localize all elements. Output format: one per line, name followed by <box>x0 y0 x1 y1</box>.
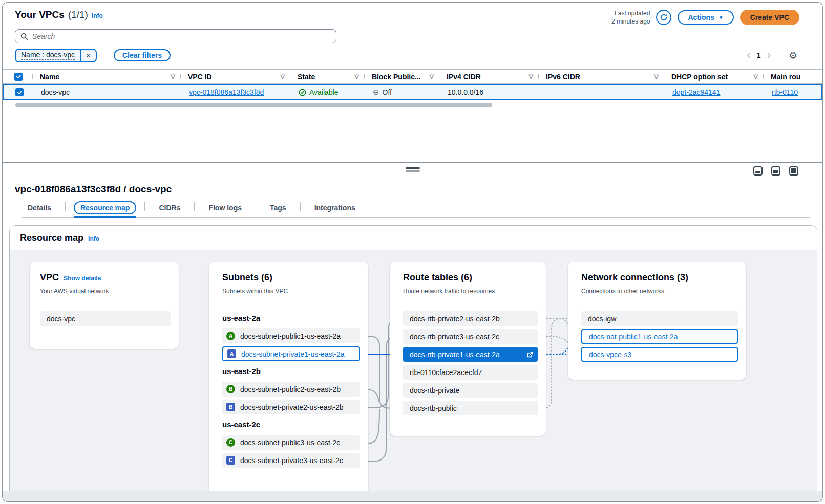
tab-tags[interactable]: Tags <box>264 200 292 217</box>
subnet-node[interactable]: C docs-subnet-public3-us-east-2c <box>222 435 360 450</box>
cell-ipv6-cidr: – <box>539 88 665 96</box>
close-icon: ✕ <box>86 52 91 59</box>
subnet-node[interactable]: B docs-subnet-public2-us-east-2b <box>222 382 360 397</box>
refresh-icon <box>660 13 668 21</box>
private-subnet-badge: B <box>226 403 235 411</box>
filter-icon[interactable]: ▽ <box>171 73 175 80</box>
search-input[interactable] <box>32 32 331 40</box>
search-box[interactable] <box>15 29 336 43</box>
actions-button[interactable]: Actions ▼ <box>678 10 733 25</box>
route-table-node[interactable]: docs-rtb-public <box>403 401 538 415</box>
resource-map-canvas: VPC Show details Your AWS virtual networ… <box>10 250 817 494</box>
filter-icon[interactable]: ▽ <box>754 73 758 80</box>
filter-icon[interactable]: ▽ <box>281 73 285 80</box>
external-link-icon[interactable] <box>526 351 534 358</box>
divider <box>65 202 66 211</box>
cell-name: docs-vpc <box>33 88 181 96</box>
resource-map-container: Resource map Info <box>9 225 817 498</box>
network-connections-column: Network connections (3) Connections to o… <box>568 262 746 380</box>
pagination: ‹ 1 › ⚙ <box>746 49 798 62</box>
subnet-node-selected[interactable]: A docs-subnet-private1-us-east-2a <box>222 346 360 361</box>
public-subnet-badge: A <box>226 332 235 340</box>
route-table-node[interactable]: rtb-0110cface2acecfd7 <box>403 365 538 380</box>
vpc-list-panel: Your VPCs (1/1) Info Last updated 2 minu… <box>3 3 822 162</box>
filter-token-label[interactable]: Name : docs-vpc <box>16 50 80 61</box>
tab-cidrs[interactable]: CIDRs <box>153 200 186 217</box>
vpc-node[interactable]: docs-vpc <box>40 311 171 326</box>
route-tables-column: Route tables (6) Route network traffic t… <box>390 262 546 436</box>
column-header-dhcp-option-set[interactable]: DHCP option set▽ <box>664 73 763 81</box>
subnet-node[interactable]: B docs-subnet-private2-us-east-2b <box>222 400 360 414</box>
column-header-ipv6-cidr[interactable]: IPv6 CIDR▽ <box>538 73 664 81</box>
subnets-column: Subnets (6) Subnets within this VPC us-e… <box>209 262 368 493</box>
subnet-node[interactable]: C docs-subnet-private3-us-east-2c <box>222 453 360 468</box>
route-table-node-selected[interactable]: docs-rtb-private1-us-east-2a <box>403 347 538 362</box>
network-connection-node[interactable]: docs-igw <box>581 311 738 326</box>
horizontal-scrollbar[interactable] <box>15 103 492 107</box>
az-group-header: us-east-2b <box>222 367 360 377</box>
tab-integrations[interactable]: Integrations <box>309 200 361 217</box>
divider <box>300 202 301 211</box>
column-header-state[interactable]: State▽ <box>290 73 364 81</box>
tab-details[interactable]: Details <box>22 200 57 217</box>
row-checkbox[interactable] <box>15 88 24 96</box>
filter-icon[interactable]: ▽ <box>430 73 434 80</box>
filter-icon[interactable]: ▽ <box>355 73 359 80</box>
select-all-checkbox[interactable] <box>14 73 23 81</box>
filter-icon[interactable]: ▽ <box>529 73 533 80</box>
column-header-vpc-id[interactable]: VPC ID▽ <box>180 73 290 81</box>
route-table-node[interactable]: docs-rtb-private3-us-east-2c <box>403 329 538 344</box>
page-number: 1 <box>757 51 761 59</box>
next-page-button[interactable]: › <box>766 50 772 61</box>
filter-icon[interactable]: ▽ <box>654 73 659 80</box>
panel-size-full-icon[interactable] <box>789 166 798 176</box>
table-row[interactable]: docs-vpc vpc-018f086a13f3c3f8d Available… <box>3 84 822 100</box>
column-header-ipv4-cidr[interactable]: IPv4 CIDR▽ <box>439 73 538 81</box>
preferences-gear-icon[interactable]: ⚙ <box>789 50 797 61</box>
divider <box>105 48 105 62</box>
table-header-row: Name▽ VPC ID▽ State▽ Block Public...▽ IP… <box>3 69 822 84</box>
chevron-down-icon: ▼ <box>718 15 724 20</box>
clear-filters-button[interactable]: Clear filters <box>114 49 171 61</box>
column-header-name[interactable]: Name▽ <box>32 73 180 81</box>
vpc-id-link[interactable]: vpc-018f086a13f3c3f8d <box>189 88 264 96</box>
tab-flow-logs[interactable]: Flow logs <box>203 200 247 217</box>
vpc-column-subtitle: Your AWS virtual network <box>40 288 171 296</box>
column-header-block-public[interactable]: Block Public...▽ <box>364 73 439 81</box>
info-link[interactable]: Info <box>88 235 99 243</box>
private-subnet-badge: A <box>227 349 236 358</box>
create-vpc-button[interactable]: Create VPC <box>740 10 799 25</box>
public-subnet-badge: C <box>226 438 235 447</box>
route-table-node[interactable]: docs-rtb-private2-us-east-2b <box>403 311 538 326</box>
network-connection-node-highlighted[interactable]: docs-nat-public1-us-east-2a <box>581 329 738 344</box>
vpc-table: Name▽ VPC ID▽ State▽ Block Public...▽ IP… <box>3 69 822 107</box>
route-table-node[interactable]: docs-rtb-private <box>403 383 538 398</box>
tab-resource-map[interactable]: Resource map <box>74 200 136 217</box>
subnets-column-title: Subnets (6) <box>222 272 272 283</box>
check-circle-icon <box>299 89 306 96</box>
detail-panel-title: vpc-018f086a13f3c3f8d / docs-vpc <box>3 179 822 195</box>
divider <box>256 202 256 211</box>
detail-tabs: Details Resource map CIDRs Flow logs Tag… <box>22 200 810 218</box>
info-link[interactable]: Info <box>92 12 103 19</box>
remove-filter-button[interactable]: ✕ <box>80 50 96 61</box>
route-tables-column-title: Route tables (6) <box>403 272 472 283</box>
show-details-link[interactable]: Show details <box>64 275 101 282</box>
public-subnet-badge: B <box>226 385 235 393</box>
panel-size-medium-icon[interactable] <box>771 166 780 176</box>
network-connection-node-highlighted[interactable]: docs-vpce-s3 <box>581 347 738 362</box>
previous-page-button[interactable]: ‹ <box>746 50 752 61</box>
resize-drag-handle[interactable] <box>406 167 419 173</box>
circled-minus-icon: ⊖ <box>373 87 379 97</box>
dhcp-option-set-link[interactable]: dopt-2ac94141 <box>672 88 720 96</box>
search-icon <box>20 33 28 40</box>
refresh-button[interactable] <box>656 10 671 25</box>
az-group-header: us-east-2c <box>222 420 360 430</box>
vpc-column-title: VPC <box>40 272 59 283</box>
filter-token: Name : docs-vpc ✕ <box>15 49 97 62</box>
panel-size-small-icon[interactable] <box>753 166 763 176</box>
column-header-main-route-table[interactable]: Main rou <box>763 73 822 81</box>
main-route-table-link[interactable]: rtb-0110 <box>772 88 798 96</box>
subnet-node[interactable]: A docs-subnet-public1-us-east-2a <box>222 328 360 343</box>
page-count: (1/1) <box>68 9 88 20</box>
